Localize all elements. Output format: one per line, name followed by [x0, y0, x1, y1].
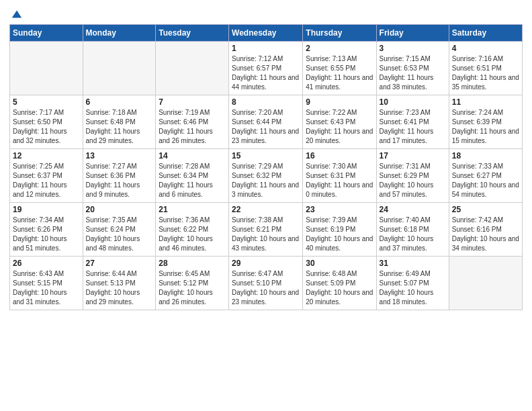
table-row: 12Sunrise: 7:25 AMSunset: 6:37 PMDayligh…	[10, 149, 83, 203]
day-info: Sunrise: 7:12 AMSunset: 6:57 PMDaylight:…	[232, 54, 300, 92]
day-info: Sunrise: 7:17 AMSunset: 6:50 PMDaylight:…	[13, 108, 80, 146]
day-info: Sunrise: 7:40 AMSunset: 6:18 PMDaylight:…	[380, 216, 446, 253]
day-number: 29	[232, 259, 300, 268]
day-info: Sunrise: 7:33 AMSunset: 6:27 PMDaylight:…	[452, 162, 519, 199]
logo-icon	[11, 8, 23, 20]
day-number: 10	[380, 97, 446, 107]
table-row: 22Sunrise: 7:38 AMSunset: 6:21 PMDayligh…	[229, 203, 303, 257]
table-row: 6Sunrise: 7:18 AMSunset: 6:48 PMDaylight…	[83, 95, 156, 149]
day-info: Sunrise: 7:24 AMSunset: 6:39 PMDaylight:…	[452, 108, 519, 146]
day-number: 8	[232, 97, 300, 107]
col-header-wednesday: Wednesday	[229, 25, 303, 42]
day-info: Sunrise: 7:31 AMSunset: 6:29 PMDaylight:…	[380, 162, 446, 199]
day-number: 30	[306, 259, 373, 268]
day-info: Sunrise: 7:28 AMSunset: 6:34 PMDaylight:…	[159, 162, 226, 199]
table-row: 14Sunrise: 7:28 AMSunset: 6:34 PMDayligh…	[156, 149, 229, 203]
week-row-4: 19Sunrise: 7:34 AMSunset: 6:26 PMDayligh…	[10, 203, 523, 257]
table-row: 18Sunrise: 7:33 AMSunset: 6:27 PMDayligh…	[449, 149, 522, 203]
day-info: Sunrise: 7:23 AMSunset: 6:41 PMDaylight:…	[380, 108, 446, 146]
day-number: 13	[86, 151, 153, 161]
day-number: 16	[306, 151, 373, 161]
table-row: 19Sunrise: 7:34 AMSunset: 6:26 PMDayligh…	[10, 203, 83, 257]
table-row: 30Sunrise: 6:48 AMSunset: 5:09 PMDayligh…	[303, 257, 376, 310]
page: SundayMondayTuesdayWednesdayThursdayFrid…	[0, 0, 532, 411]
table-row: 5Sunrise: 7:17 AMSunset: 6:50 PMDaylight…	[10, 95, 83, 149]
day-info: Sunrise: 7:30 AMSunset: 6:31 PMDaylight:…	[306, 162, 373, 199]
table-row: 25Sunrise: 7:42 AMSunset: 6:16 PMDayligh…	[449, 203, 522, 257]
col-header-friday: Friday	[376, 25, 449, 42]
table-row: 4Sunrise: 7:16 AMSunset: 6:51 PMDaylight…	[449, 42, 522, 95]
day-number: 18	[452, 151, 519, 161]
table-row	[83, 42, 156, 95]
day-info: Sunrise: 6:47 AMSunset: 5:10 PMDaylight:…	[232, 269, 300, 307]
day-number: 26	[13, 259, 80, 268]
col-header-sunday: Sunday	[10, 25, 83, 42]
col-header-saturday: Saturday	[449, 25, 522, 42]
day-number: 31	[380, 259, 446, 268]
table-row: 31Sunrise: 6:49 AMSunset: 5:07 PMDayligh…	[376, 257, 449, 310]
day-info: Sunrise: 6:48 AMSunset: 5:09 PMDaylight:…	[306, 269, 373, 307]
day-number: 24	[380, 205, 446, 214]
table-row: 2Sunrise: 7:13 AMSunset: 6:55 PMDaylight…	[303, 42, 376, 95]
day-info: Sunrise: 7:19 AMSunset: 6:46 PMDaylight:…	[159, 108, 226, 146]
table-row	[156, 42, 229, 95]
day-number: 21	[159, 205, 226, 214]
table-row: 7Sunrise: 7:19 AMSunset: 6:46 PMDaylight…	[156, 95, 229, 149]
table-row: 29Sunrise: 6:47 AMSunset: 5:10 PMDayligh…	[229, 257, 303, 310]
table-row: 24Sunrise: 7:40 AMSunset: 6:18 PMDayligh…	[376, 203, 449, 257]
day-number: 12	[13, 151, 80, 161]
table-row: 8Sunrise: 7:20 AMSunset: 6:44 PMDaylight…	[229, 95, 303, 149]
day-number: 28	[159, 259, 226, 268]
svg-marker-0	[12, 11, 21, 18]
day-number: 6	[86, 97, 153, 107]
day-number: 4	[452, 44, 519, 53]
table-row: 28Sunrise: 6:45 AMSunset: 5:12 PMDayligh…	[156, 257, 229, 310]
day-number: 7	[159, 97, 226, 107]
day-number: 11	[452, 97, 519, 107]
day-info: Sunrise: 7:25 AMSunset: 6:37 PMDaylight:…	[13, 162, 80, 199]
table-row: 13Sunrise: 7:27 AMSunset: 6:36 PMDayligh…	[83, 149, 156, 203]
table-row: 21Sunrise: 7:36 AMSunset: 6:22 PMDayligh…	[156, 203, 229, 257]
table-row	[10, 42, 83, 95]
day-info: Sunrise: 6:43 AMSunset: 5:15 PMDaylight:…	[13, 269, 80, 307]
day-info: Sunrise: 7:13 AMSunset: 6:55 PMDaylight:…	[306, 54, 373, 92]
day-number: 20	[86, 205, 153, 214]
table-row: 17Sunrise: 7:31 AMSunset: 6:29 PMDayligh…	[376, 149, 449, 203]
day-info: Sunrise: 7:38 AMSunset: 6:21 PMDaylight:…	[232, 216, 300, 253]
day-number: 27	[86, 259, 153, 268]
day-number: 3	[380, 44, 446, 53]
day-number: 14	[159, 151, 226, 161]
day-info: Sunrise: 7:20 AMSunset: 6:44 PMDaylight:…	[232, 108, 300, 146]
header	[9, 7, 523, 20]
table-row: 27Sunrise: 6:44 AMSunset: 5:13 PMDayligh…	[83, 257, 156, 310]
day-number: 9	[306, 97, 373, 107]
week-row-1: 1Sunrise: 7:12 AMSunset: 6:57 PMDaylight…	[10, 42, 523, 95]
day-info: Sunrise: 7:42 AMSunset: 6:16 PMDaylight:…	[452, 216, 519, 253]
logo	[9, 7, 23, 20]
day-info: Sunrise: 7:22 AMSunset: 6:43 PMDaylight:…	[306, 108, 373, 146]
day-info: Sunrise: 7:18 AMSunset: 6:48 PMDaylight:…	[86, 108, 153, 146]
table-row: 9Sunrise: 7:22 AMSunset: 6:43 PMDaylight…	[303, 95, 376, 149]
day-number: 17	[380, 151, 446, 161]
days-header-row: SundayMondayTuesdayWednesdayThursdayFrid…	[10, 25, 523, 42]
table-row: 20Sunrise: 7:35 AMSunset: 6:24 PMDayligh…	[83, 203, 156, 257]
day-number: 25	[452, 205, 519, 214]
col-header-tuesday: Tuesday	[156, 25, 229, 42]
day-info: Sunrise: 7:15 AMSunset: 6:53 PMDaylight:…	[380, 54, 446, 92]
day-info: Sunrise: 7:16 AMSunset: 6:51 PMDaylight:…	[452, 54, 519, 92]
table-row: 26Sunrise: 6:43 AMSunset: 5:15 PMDayligh…	[10, 257, 83, 310]
day-info: Sunrise: 6:45 AMSunset: 5:12 PMDaylight:…	[159, 269, 226, 307]
day-number: 5	[13, 97, 80, 107]
table-row: 3Sunrise: 7:15 AMSunset: 6:53 PMDaylight…	[376, 42, 449, 95]
day-number: 22	[232, 205, 300, 214]
day-number: 1	[232, 44, 300, 53]
week-row-3: 12Sunrise: 7:25 AMSunset: 6:37 PMDayligh…	[10, 149, 523, 203]
day-info: Sunrise: 7:39 AMSunset: 6:19 PMDaylight:…	[306, 216, 373, 253]
day-info: Sunrise: 7:29 AMSunset: 6:32 PMDaylight:…	[232, 162, 300, 199]
table-row	[449, 257, 522, 310]
table-row: 10Sunrise: 7:23 AMSunset: 6:41 PMDayligh…	[376, 95, 449, 149]
day-number: 23	[306, 205, 373, 214]
table-row: 1Sunrise: 7:12 AMSunset: 6:57 PMDaylight…	[229, 42, 303, 95]
day-info: Sunrise: 7:27 AMSunset: 6:36 PMDaylight:…	[86, 162, 153, 199]
day-number: 2	[306, 44, 373, 53]
